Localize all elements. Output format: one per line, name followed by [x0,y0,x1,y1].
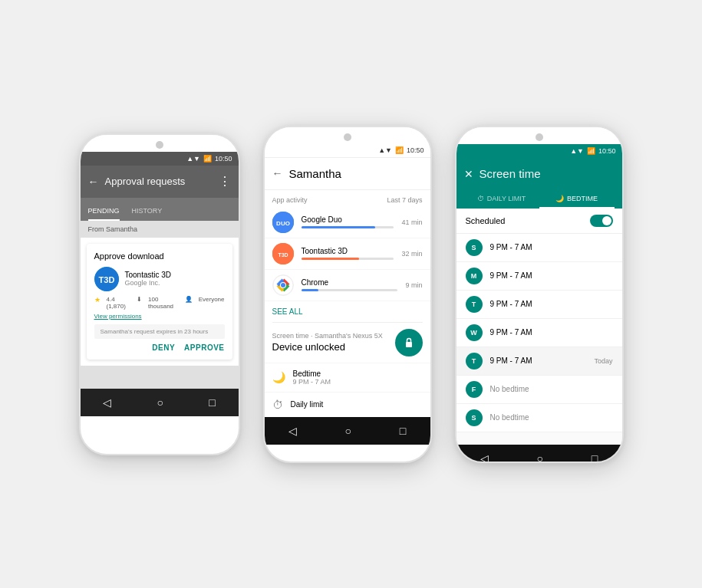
p3-day-row-6[interactable]: S No bedtime [456,404,622,432]
p2-back-nav[interactable]: ◁ [288,425,297,437]
phone-2: ▲▼ 📶 10:50 ← Samantha App activity Last … [263,126,432,463]
status-bar-3: ▲▼ 📶 10:50 [456,144,622,158]
p2-device-status: Device unlocked [272,341,383,353]
p1-app-info: Toontastic 3D Google Inc. [125,271,225,287]
p2-app-name-toontastic: Toontastic 3D [302,247,394,255]
phone-3: ▲▼ 📶 10:50 ✕ Screen time ⏱ DAILY LIMIT 🌙… [455,126,624,463]
p3-title: Screen time [480,167,615,180]
p2-app-info-chrome: Chrome [302,278,398,291]
tab-daily-limit[interactable]: ⏱ DAILY LIMIT [464,190,539,209]
tab-bedtime[interactable]: 🌙 BEDTIME [539,190,615,209]
p2-daily-info: Daily limit [291,400,324,409]
p3-day-time-1: 9 PM - 7 AM [490,271,613,280]
svg-text:DUO: DUO [276,220,290,227]
p3-nav-bar: ◁ ○ □ [456,445,622,463]
camera-2 [344,133,351,141]
p2-lock-button[interactable] [395,329,423,356]
p2-daily-row: ⏱ Daily limit [265,392,430,417]
wifi-icon-3: 📶 [587,147,595,155]
approve-button[interactable]: APPROVE [184,343,224,352]
p1-menu-btn[interactable]: ⋮ [219,174,231,189]
p1-back-nav[interactable]: ◁ [103,396,111,409]
p1-home-nav[interactable]: ○ [157,396,163,409]
p2-bedtime-info: Bedtime 9 PM - 7 AM [293,370,331,386]
p2-device-info: Screen time · Samantha's Nexus 5X Device… [272,332,383,353]
p2-app-name-chrome: Chrome [302,278,398,287]
download-icon: ⬇ [137,296,142,310]
p3-day-circle-t2: T [466,353,483,370]
bedtime-moon-icon: 🌙 [555,195,564,202]
p3-tabs: ⏱ DAILY LIMIT 🌙 BEDTIME [456,190,622,209]
p1-app-icon: T3D [94,267,119,291]
p2-home-nav[interactable]: ○ [345,425,351,437]
p2-time-chrome: 9 min [405,281,422,289]
p3-day-time-2: 9 PM - 7 AM [490,300,613,308]
p2-recent-nav[interactable]: □ [400,425,406,437]
p2-app-icon-chrome [272,274,294,296]
p2-app-info-duo: Google Duo [302,215,394,228]
p3-home-nav[interactable]: ○ [537,452,543,463]
p3-today-label: Today [594,357,612,365]
p3-close-btn[interactable]: ✕ [464,168,473,180]
p1-header: ← Approval requests ⋮ [81,166,239,198]
p2-nav-bar: ◁ ○ □ [265,417,430,445]
p2-app-row-toontastic: T3D Toontastic 3D 32 min [265,238,430,270]
p3-day-row-0[interactable]: S 9 PM - 7 AM [456,234,622,262]
p3-day-circle-m: M [466,268,483,284]
p2-device-section: Screen time · Samantha's Nexus 5X Device… [265,323,430,363]
p3-day-circle-w: W [466,324,483,341]
p3-day-row-1[interactable]: M 9 PM - 7 AM [456,262,622,291]
wifi-icon-1: 📶 [203,155,212,163]
p1-expiry: Samantha's request expires in 23 hours [94,324,225,339]
p2-header: ← Samantha [265,158,430,190]
p2-period-label: Last 7 days [387,196,422,204]
p3-back-nav[interactable]: ◁ [480,452,489,463]
p2-app-icon-duo: DUO [272,212,294,233]
star-icon: ★ [94,296,101,310]
p3-scheduled-label: Scheduled [466,216,506,225]
p2-bedtime-time: 9 PM - 7 AM [293,378,331,386]
p2-see-all[interactable]: SEE ALL [265,301,430,322]
p1-app-row: T3D Toontastic 3D Google Inc. [94,267,225,291]
p3-scheduled-toggle[interactable] [590,215,613,227]
audience-icon: 👤 [185,296,193,310]
time-2: 10:50 [407,146,424,154]
p3-recent-nav[interactable]: □ [592,452,598,463]
p1-audience: Everyone [199,296,225,310]
p1-card-title: Approve download [94,251,225,261]
p1-nav-bar: ◁ ○ □ [81,389,239,416]
p2-time-duo: 41 min [401,218,422,226]
p1-recent-nav[interactable]: □ [209,396,215,409]
p1-rating: 4.4 (1,870) [107,296,131,310]
p1-title: Approval requests [105,176,213,187]
p2-section-header: App activity Last 7 days [265,190,430,207]
deny-button[interactable]: DENY [152,343,175,352]
p3-day-time-0: 9 PM - 7 AM [490,243,613,251]
p1-card: Approve download T3D Toontastic 3D Googl… [87,244,232,360]
p1-app-name: Toontastic 3D [125,271,225,279]
p1-permissions-link[interactable]: View permissions [94,313,225,320]
tab-history[interactable]: HISTORY [132,207,163,221]
camera-1 [156,141,163,149]
time-3: 10:50 [598,147,616,155]
p1-downloads: 100 thousand [148,296,179,310]
svg-text:T3D: T3D [98,275,114,284]
svg-text:T3D: T3D [278,252,288,258]
wifi-icon-2: 📶 [395,146,404,154]
p3-day-time-5: No bedtime [490,385,613,393]
p3-day-row-2[interactable]: T 9 PM - 7 AM [456,291,622,319]
p3-day-row-5[interactable]: F No bedtime [456,376,622,404]
p2-app-icon-toontastic: T3D [272,243,294,264]
p3-day-row-4[interactable]: T 9 PM - 7 AM Today [456,347,622,376]
p3-day-circle-s1: S [466,239,483,256]
signal-icon-2: ▲▼ [378,146,392,154]
p3-day-time-4: 9 PM - 7 AM [490,356,595,365]
phone-top-1 [81,135,239,152]
p1-back-btn[interactable]: ← [88,176,99,188]
tab-pending[interactable]: PENDING [88,207,120,221]
phone-top-2 [265,127,430,144]
p3-day-row-3[interactable]: W 9 PM - 7 AM [456,319,622,347]
timer-icon: ⏱ [477,195,484,202]
p3-day-circle-f: F [466,381,483,398]
p2-back-btn[interactable]: ← [272,167,283,179]
